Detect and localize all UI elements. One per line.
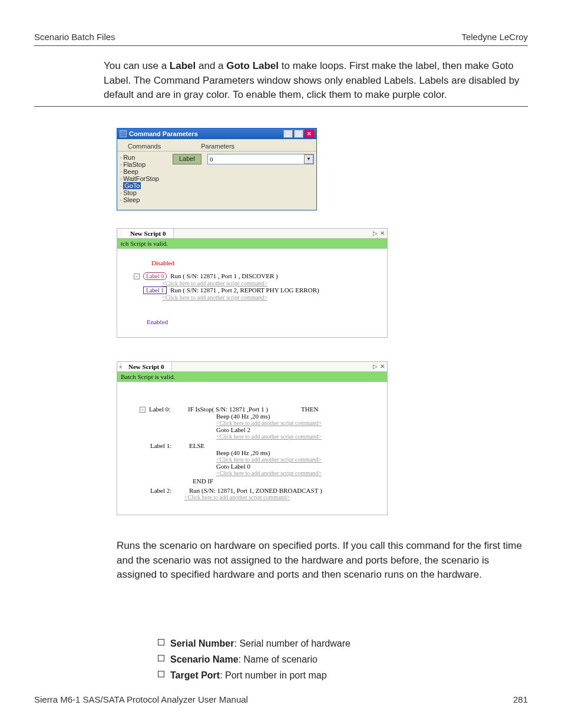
param-label: Label [173, 154, 201, 164]
tree-flastop[interactable]: FlaStop [120, 161, 173, 168]
intro-label-bold: Label [170, 60, 196, 71]
scenario-name-label: Scenario Name [170, 654, 239, 664]
intro-paragraph: You can use a Label and a Goto Label to … [34, 46, 528, 107]
then-kw: THEN [301, 406, 318, 413]
tree-sleep[interactable]: Sleep [120, 196, 173, 203]
script-valid-bar-b: Batch Script is valid. [117, 372, 387, 382]
script-valid-bar: tch Script is valid. [117, 239, 387, 249]
hint-1[interactable]: <Click here to add another script comman… [216, 456, 384, 463]
window-title: Command Parameters [129, 130, 198, 137]
footer-page-number: 281 [513, 694, 528, 704]
label-1-box[interactable]: Label 1 [143, 286, 167, 294]
panel-close-icon-b[interactable]: ✕ [380, 363, 385, 370]
panel-left-arrow-icon[interactable]: ◂ [117, 363, 121, 370]
tree-collapse-icon[interactable]: − [134, 274, 140, 279]
page-footer: Sierra M6-1 SAS/SATA Protocol Analyzer U… [34, 694, 528, 704]
label-1[interactable]: Label 1: [150, 442, 186, 449]
disabled-annotation: Disabled [151, 259, 401, 266]
label-2[interactable]: Label 2: [150, 487, 186, 494]
label-0[interactable]: Label 0: [149, 406, 184, 413]
header-right: Teledyne LeCroy [461, 32, 528, 42]
hint-0b[interactable]: <Click here to add another script comman… [216, 433, 384, 440]
goto-2: Goto Label 2 [216, 426, 384, 433]
run-zoned: Run (S/N: 12871, Port 1, ZONED BROADCAST… [189, 487, 322, 494]
run-cmd-0: Run ( S/N: 12871 , Port 1 , DISCOVER ) [170, 272, 277, 279]
script-body-2: − Label 0: IF IsStop( S/N: 12871 ,Port 1… [117, 382, 387, 515]
command-tree[interactable]: Run FlaStop Beep WaitForStop GoTo Stop S… [120, 154, 173, 207]
bullet-box-icon [158, 655, 164, 661]
intro-t2: and a [196, 60, 226, 71]
script-add-hint-0[interactable]: <Click here to add another script comman… [162, 280, 384, 286]
else-kw: ELSE [189, 442, 204, 449]
tab-new-script-0-b[interactable]: New Script 0 [121, 362, 172, 371]
page-header: Scenario Batch Files Teledyne LeCroy [34, 0, 528, 46]
beep-1: Beep (40 Hz ,20 ms) [216, 449, 384, 456]
script-add-hint-1[interactable]: <Click here to add another script comman… [162, 294, 384, 301]
script-panel-2: ◂ New Script 0 ▷ ✕ Batch Script is valid… [117, 361, 388, 515]
tree-beep[interactable]: Beep [120, 168, 173, 175]
if-isstop: IF IsStop( S/N: 12871 ,Port 1 ) [188, 406, 268, 413]
window-icon [120, 130, 127, 137]
run-cmd-1: Run ( S/N: 12871 , Port 2, REPORT PHY LO… [170, 286, 319, 294]
dropdown-button[interactable]: ▼ [304, 154, 313, 164]
tree-waitforstop[interactable]: WaitForStop [120, 175, 173, 182]
title-bar[interactable]: Command Parameters _ □ ✕ [117, 129, 316, 139]
list-item: Target Port: Port number in port map [158, 667, 528, 683]
tab-new-script-0[interactable]: New Script 0 [123, 229, 174, 238]
script-panel-1: New Script 0 ▷ ✕ tch Script is valid. Di… [117, 228, 388, 338]
beep-0: Beep (40 Hz ,20 ms) [216, 413, 384, 420]
tree-goto[interactable]: GoTo [120, 182, 173, 189]
maximize-button[interactable]: □ [294, 130, 303, 138]
header-left: Scenario Batch Files [34, 32, 115, 42]
hint-2[interactable]: <Click here to add another script comman… [184, 494, 384, 500]
panel-dock-icon[interactable]: ▷ [373, 230, 378, 236]
parameter-list: Serial Number: Serial number of hardware… [34, 635, 528, 684]
serial-number-label: Serial Number [170, 638, 234, 648]
param-input[interactable] [207, 154, 314, 164]
enabled-annotation: Enabled [147, 318, 384, 325]
bullet-box-icon [158, 639, 164, 645]
scenario-name-desc: : Name of scenario [239, 654, 318, 664]
tree-stop[interactable]: Stop [120, 189, 173, 196]
close-button[interactable]: ✕ [305, 130, 314, 138]
list-item: Scenario Name: Name of scenario [158, 651, 528, 667]
serial-number-desc: : Serial number of hardware [234, 638, 350, 648]
intro-goto-bold: Goto Label [226, 60, 279, 71]
hint-0[interactable]: <Click here to add another script comman… [216, 420, 384, 426]
panel-close-icon[interactable]: ✕ [380, 230, 385, 236]
hint-1b[interactable]: <Click here to add another script comman… [216, 470, 384, 476]
parameters-tab-label: Parameters [193, 141, 243, 151]
list-item: Serial Number: Serial number of hardware [158, 635, 528, 651]
minimize-button[interactable]: _ [283, 130, 293, 138]
bullet-box-icon [158, 671, 164, 677]
panel-dock-icon-b[interactable]: ▷ [373, 363, 378, 370]
footer-left: Sierra M6-1 SAS/SATA Protocol Analyzer U… [34, 694, 248, 704]
target-port-desc: : Port number in port map [220, 670, 326, 680]
commands-tab-label: Commands [120, 141, 169, 151]
endif-kw: END IF [193, 477, 384, 485]
label-0-box[interactable]: Label 0 [143, 272, 167, 280]
run-paragraph: Runs the scenario on hardware on specifi… [34, 539, 528, 582]
tab-row: Commands Parameters [117, 139, 316, 151]
tree-run[interactable]: Run [120, 154, 173, 161]
goto-0: Goto Label 0 [216, 463, 384, 470]
intro-t1: You can use a [104, 60, 170, 71]
target-port-label: Target Port [170, 670, 220, 680]
tree-collapse-icon-b[interactable]: − [140, 407, 146, 413]
tree-goto-selected: GoTo [123, 182, 141, 189]
command-parameters-window: Command Parameters _ □ ✕ Commands Parame… [117, 128, 317, 210]
